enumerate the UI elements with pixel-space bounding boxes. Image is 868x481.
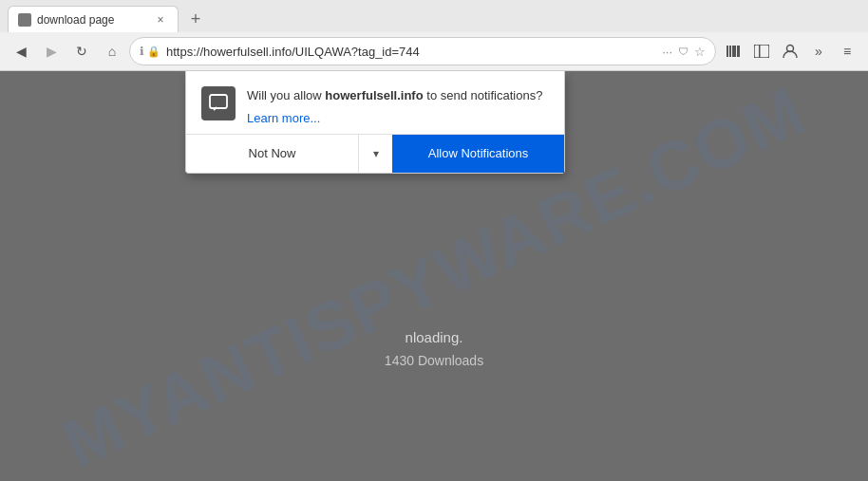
forward-button[interactable]: ▶ [38,38,65,65]
browser-chrome: download page × + ◀ ▶ ↻ ⌂ ℹ 🔒 https://ho… [0,0,868,71]
svg-rect-5 [759,45,761,58]
downloads-count: 1430 Downloads [0,353,868,368]
active-tab[interactable]: download page × [8,6,179,32]
svg-rect-4 [754,45,769,58]
address-icons-left: ℹ 🔒 [140,45,160,58]
svg-rect-2 [732,46,736,57]
popup-message: Will you allow howerfulsell.info to send… [247,86,549,105]
notification-popup: Will you allow howerfulsell.info to send… [185,71,565,174]
learn-more-link[interactable]: Learn more... [247,111,320,125]
tab-bar: download page × + [0,0,868,32]
nav-bar: ◀ ▶ ↻ ⌂ ℹ 🔒 https://howerfulsell.info/UI… [0,32,868,70]
tab-title: download page [37,13,147,27]
extensions-icon[interactable]: » [805,38,832,65]
new-tab-button[interactable]: + [182,6,209,32]
svg-rect-1 [729,46,731,57]
lock-icon: 🔒 [147,46,160,58]
address-bar[interactable]: ℹ 🔒 https://howerfulsell.info/UILQAWA?ta… [129,37,716,65]
popup-site-name: howerfulsell.info [325,88,423,102]
not-now-button[interactable]: Not Now [186,135,358,173]
tab-close-button[interactable]: × [153,12,168,28]
sidebar-icon[interactable] [748,38,775,65]
address-icons-right: ··· 🛡 ☆ [662,45,706,59]
back-button[interactable]: ◀ [8,38,34,65]
popup-body: Will you allow howerfulsell.info to send… [186,71,564,134]
account-icon[interactable] [777,38,803,65]
webpage: MYANTISPYWARE.COM nloading. 1430 Downloa… [0,71,868,481]
popup-text: Will you allow howerfulsell.info to send… [247,86,549,126]
library-icon[interactable] [720,38,746,65]
popup-message-plain: Will you allow [247,88,325,102]
tab-favicon [18,13,31,27]
home-button[interactable]: ⌂ [99,38,125,65]
more-icon[interactable]: ··· [662,45,672,59]
page-content: nloading. 1430 Downloads [0,329,868,368]
popup-actions: Not Now ▾ Allow Notifications [186,134,564,173]
refresh-button[interactable]: ↻ [68,38,95,65]
dropdown-button[interactable]: ▾ [358,135,392,173]
info-icon[interactable]: ℹ [140,45,144,58]
popup-chat-icon [201,86,236,120]
url-text[interactable]: https://howerfulsell.info/UILQAWA?tag_id… [166,45,656,59]
toolbar-right: » ≡ [720,38,860,65]
popup-message-suffix: to send notifications? [424,88,543,102]
allow-notifications-button[interactable]: Allow Notifications [392,135,564,173]
bookmark-shield-icon[interactable]: 🛡 [678,46,689,57]
svg-rect-3 [737,46,740,57]
svg-rect-0 [726,46,728,57]
menu-icon[interactable]: ≡ [834,38,860,65]
downloading-text: nloading. [0,329,868,345]
star-icon[interactable]: ☆ [694,45,706,59]
svg-rect-7 [210,95,227,108]
